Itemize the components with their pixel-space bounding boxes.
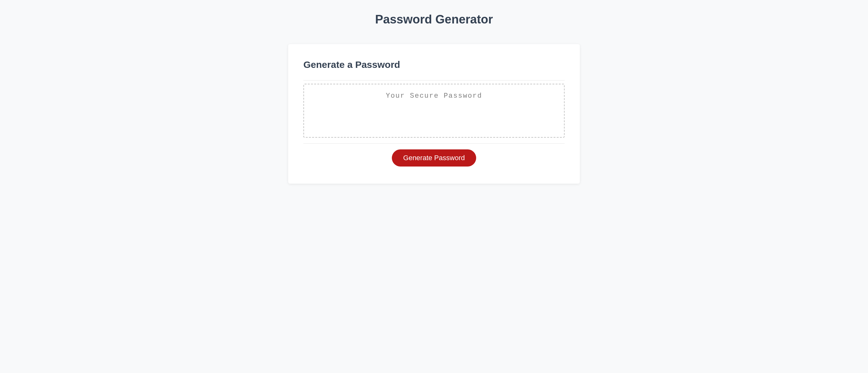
card-title: Generate a Password — [303, 59, 565, 70]
password-output[interactable] — [303, 84, 565, 138]
card-header: Generate a Password — [303, 59, 565, 81]
card-footer: Generate Password — [303, 149, 565, 167]
page-title: Password Generator — [288, 13, 580, 26]
generate-password-button[interactable]: Generate Password — [392, 149, 476, 167]
password-card: Generate a Password Generate Password — [288, 44, 580, 184]
card-body — [303, 84, 565, 144]
